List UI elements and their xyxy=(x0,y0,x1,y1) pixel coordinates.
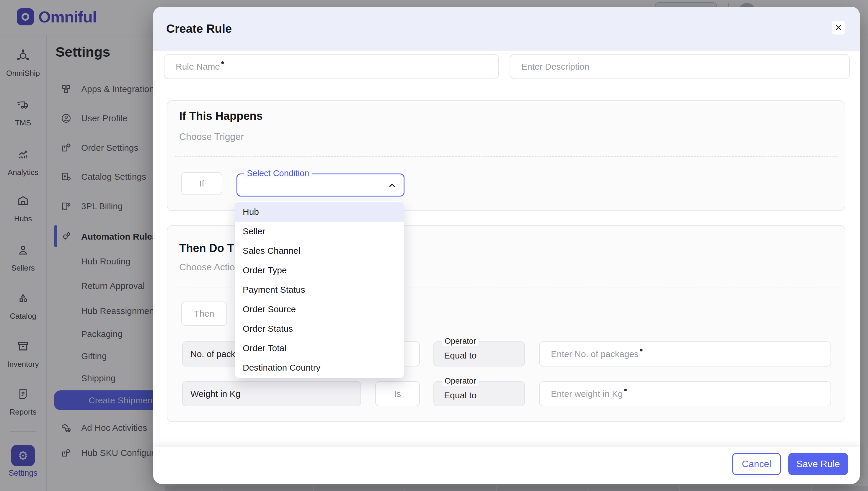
option-label: Destination Country xyxy=(243,363,320,373)
screen: Omniful OmniShip TMS Analytics Hubs Sell… xyxy=(0,0,868,491)
dropdown-option-order-source[interactable]: Order Source xyxy=(235,299,404,319)
option-label: Order Status xyxy=(243,324,293,334)
packages-placeholder: Enter No. of packages xyxy=(551,349,639,359)
dropdown-option-hub[interactable]: Hub xyxy=(235,202,404,222)
option-label: Order Source xyxy=(243,304,296,314)
option-label: Seller xyxy=(243,226,265,236)
field-select-weight[interactable]: Weight in Kg xyxy=(182,381,361,406)
field-select-value: Weight in Kg xyxy=(190,389,241,399)
option-label: Sales Channel xyxy=(243,246,300,256)
option-label: Order Type xyxy=(243,265,287,275)
modal-title: Create Rule xyxy=(166,7,232,51)
modal-footer: Cancel Save Rule xyxy=(153,447,860,484)
dropdown-option-seller[interactable]: Seller xyxy=(235,222,404,241)
option-label: Payment Status xyxy=(243,285,305,295)
if-chip: If xyxy=(181,172,222,195)
required-dot: • xyxy=(221,61,224,64)
if-section-title: If This Happens xyxy=(179,110,263,122)
packages-value-input[interactable]: Enter No. of packages• xyxy=(539,341,831,367)
required-dot: • xyxy=(640,348,643,351)
modal-header: Create Rule ✕ xyxy=(153,7,860,51)
then-chip-label: Then xyxy=(194,309,214,319)
is-chip-label: Is xyxy=(394,389,401,399)
required-dot: • xyxy=(623,388,627,391)
dropdown-option-order-status[interactable]: Order Status xyxy=(235,319,404,339)
if-section-subtitle: Choose Trigger xyxy=(179,131,244,142)
condition-select[interactable]: Select Condition xyxy=(236,173,404,197)
operator-select-packages[interactable]: Operator Equal to xyxy=(433,341,525,367)
operator-value: Equal to xyxy=(444,382,477,407)
option-label: Order Total xyxy=(243,343,286,353)
save-rule-button[interactable]: Save Rule xyxy=(788,453,848,475)
chevron-up-icon xyxy=(388,181,396,190)
dropdown-option-destination-country[interactable]: Destination Country xyxy=(235,358,404,377)
dropdown-option-sales-channel[interactable]: Sales Channel xyxy=(235,241,404,261)
operator-value: Equal to xyxy=(444,342,477,367)
condition-dropdown: Hub Seller Sales Channel Order Type Paym… xyxy=(235,201,404,378)
rule-name-placeholder: Rule Name xyxy=(176,62,220,72)
dropdown-option-payment-status[interactable]: Payment Status xyxy=(235,280,404,299)
condition-select-label: Select Condition xyxy=(244,169,312,178)
dropdown-option-order-total[interactable]: Order Total xyxy=(235,339,404,358)
save-label: Save Rule xyxy=(796,459,840,469)
dropdown-option-order-type[interactable]: Order Type xyxy=(235,261,404,280)
then-chip: Then xyxy=(181,301,227,326)
operator-select-weight[interactable]: Operator Equal to xyxy=(433,381,525,406)
if-chip-label: If xyxy=(199,178,204,189)
is-chip: Is xyxy=(375,381,420,406)
dashed-divider xyxy=(175,156,837,157)
close-icon: ✕ xyxy=(835,22,842,33)
create-rule-modal: Create Rule ✕ Rule Name• Enter Descripti… xyxy=(153,7,860,484)
weight-placeholder: Enter weight in Kg xyxy=(551,389,623,399)
close-button[interactable]: ✕ xyxy=(832,21,845,34)
rule-name-input[interactable]: Rule Name• xyxy=(164,54,499,79)
description-placeholder: Enter Description xyxy=(522,62,589,72)
cancel-label: Cancel xyxy=(742,459,772,469)
weight-value-input[interactable]: Enter weight in Kg• xyxy=(539,381,831,406)
if-this-happens-card: If This Happens Choose Trigger If Select… xyxy=(167,100,845,211)
cancel-button[interactable]: Cancel xyxy=(732,453,781,475)
option-label: Hub xyxy=(243,207,259,217)
description-input[interactable]: Enter Description xyxy=(510,54,850,79)
then-section-subtitle: Choose Action xyxy=(179,262,240,272)
